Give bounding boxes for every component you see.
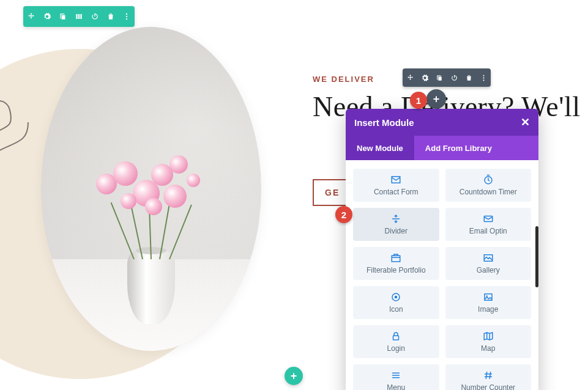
flowers-illustration — [84, 137, 218, 223]
number-counter-icon — [483, 370, 494, 381]
module-tile-label: Countdown Timer — [460, 188, 517, 196]
module-tile-label: Login — [387, 344, 405, 353]
module-tile-label: Filterable Portfolio — [367, 266, 426, 274]
eyebrow-text: WE DELIVER — [313, 75, 374, 84]
module-tile-map[interactable]: Map — [445, 325, 532, 358]
module-tile-menu[interactable]: Menu — [353, 364, 439, 390]
duplicate-icon[interactable] — [432, 68, 447, 87]
builder-canvas: WE DELIVER Need a Delivery? We'll GE + 1… — [0, 0, 588, 390]
modal-body: Contact FormCountdown TimerDividerEmail … — [346, 160, 538, 390]
modal-header: Insert Module ✕ — [346, 109, 538, 136]
decorative-swirl — [0, 79, 47, 165]
tab-add-from-library[interactable]: Add From Library — [414, 136, 503, 160]
module-tile-label: Image — [478, 305, 498, 314]
module-tile-label: Divider — [385, 227, 408, 235]
svg-point-4 — [483, 77, 484, 78]
module-tile-login[interactable]: Login — [353, 325, 439, 358]
module-tile-image[interactable]: Image — [445, 286, 532, 319]
power-icon[interactable] — [87, 6, 103, 27]
add-module-button[interactable]: + — [426, 89, 446, 109]
module-tile-icon[interactable]: Icon — [353, 286, 439, 319]
move-icon[interactable] — [23, 6, 39, 27]
svg-point-0 — [126, 13, 127, 15]
module-tile-email-optin[interactable]: Email Optin — [445, 208, 532, 241]
module-tile-label: Contact Form — [374, 188, 419, 196]
more-icon[interactable] — [476, 68, 491, 87]
svg-rect-14 — [393, 336, 399, 340]
svg-point-1 — [126, 16, 127, 17]
filterable-portfolio-icon — [390, 252, 401, 263]
module-tile-label: Menu — [387, 383, 405, 390]
modal-close-button[interactable]: ✕ — [521, 116, 530, 129]
cta-label: GE — [325, 188, 340, 197]
login-icon — [390, 331, 401, 342]
insert-module-modal: Insert Module ✕ New Module Add From Libr… — [346, 109, 538, 390]
step-badge-1: 1 — [410, 92, 427, 109]
svg-point-11 — [395, 296, 398, 299]
move-icon[interactable] — [403, 68, 417, 87]
section-toolbar — [23, 6, 135, 27]
module-tile-number-counter[interactable]: Number Counter — [445, 364, 532, 390]
tab-new-module[interactable]: New Module — [346, 136, 414, 160]
settings-icon[interactable] — [39, 6, 55, 27]
module-tile-contact-form[interactable]: Contact Form — [353, 169, 439, 202]
settings-icon[interactable] — [417, 68, 432, 87]
modal-title-text: Insert Module — [354, 117, 414, 128]
menu-icon — [390, 370, 401, 381]
columns-icon[interactable] — [71, 6, 87, 27]
email-optin-icon — [483, 213, 494, 224]
contact-form-icon — [390, 174, 401, 185]
countdown-timer-icon — [483, 174, 494, 185]
module-tile-label: Email Optin — [469, 227, 507, 235]
module-tile-label: Number Counter — [461, 383, 515, 390]
more-icon[interactable] — [119, 6, 135, 27]
step-badge-2: 2 — [335, 206, 352, 223]
module-toolbar — [403, 68, 491, 87]
image-icon — [483, 292, 494, 303]
modal-tabs: New Module Add From Library — [346, 136, 538, 160]
module-tile-divider[interactable]: Divider — [353, 208, 439, 241]
module-tile-label: Gallery — [477, 266, 500, 274]
map-icon — [483, 331, 494, 342]
module-tile-countdown-timer[interactable]: Countdown Timer — [445, 169, 532, 202]
svg-point-2 — [126, 18, 127, 20]
svg-rect-12 — [485, 294, 492, 301]
scrollbar-thumb[interactable] — [535, 226, 538, 287]
module-tile-filterable-portfolio[interactable]: Filterable Portfolio — [353, 247, 439, 280]
gallery-icon — [483, 252, 494, 263]
vase-illustration — [127, 251, 175, 324]
svg-point-5 — [483, 79, 484, 81]
trash-icon[interactable] — [103, 6, 119, 27]
svg-rect-8 — [392, 256, 401, 262]
hero-image — [41, 27, 261, 351]
module-tile-label: Map — [481, 344, 495, 353]
module-tile-label: Icon — [389, 305, 403, 314]
trash-icon[interactable] — [461, 68, 476, 87]
add-section-button[interactable]: + — [285, 367, 303, 385]
divider-icon — [390, 213, 401, 224]
power-icon[interactable] — [447, 68, 461, 87]
icon-icon — [390, 292, 401, 303]
duplicate-icon[interactable] — [55, 6, 71, 27]
svg-point-3 — [483, 75, 484, 76]
module-tile-gallery[interactable]: Gallery — [445, 247, 532, 280]
